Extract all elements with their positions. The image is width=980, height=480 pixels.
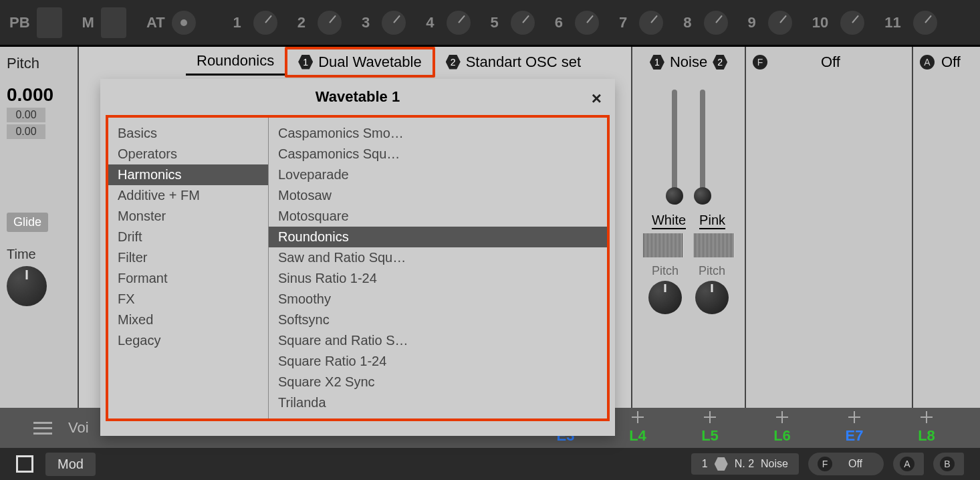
pb-well[interactable] — [37, 7, 62, 38]
noise-badge-1[interactable]: 1 — [650, 55, 664, 70]
move-icon[interactable] — [632, 411, 644, 423]
preset-item[interactable]: Motosquare — [269, 206, 607, 227]
filter-f-badge[interactable]: F — [753, 55, 767, 70]
macro-10-knob[interactable] — [840, 11, 864, 35]
preset-item[interactable]: Caspamonics Smo… — [269, 123, 607, 144]
routing-a[interactable]: A — [893, 453, 924, 475]
macro-5-knob[interactable] — [511, 11, 535, 35]
macro-8-label: 8 — [683, 14, 691, 31]
macro-2-knob[interactable] — [318, 11, 342, 35]
noise-title: Noise — [670, 53, 707, 71]
macro-6-knob[interactable] — [575, 11, 599, 35]
routing-b[interactable]: B — [933, 453, 964, 475]
m-well[interactable] — [101, 7, 126, 38]
preset-item[interactable]: Trilanda — [269, 392, 607, 413]
macro-2-label: 2 — [297, 14, 305, 31]
preset-item[interactable]: Roundonics — [269, 227, 607, 247]
tab-dual-wavetable[interactable]: 1 Dual Wavetable — [285, 47, 435, 78]
macro-11-knob[interactable] — [913, 11, 937, 35]
routing-n-1: 1 — [702, 458, 708, 470]
tab-dual-wavetable-label: Dual Wavetable — [318, 53, 421, 71]
slot-L6[interactable]: L6 — [773, 427, 791, 445]
preset-item[interactable]: Loveparade — [269, 164, 607, 185]
preset-item[interactable]: Softsync — [269, 310, 607, 330]
noise-pitch-1-knob[interactable] — [648, 281, 682, 314]
glide-button[interactable]: Glide — [7, 213, 48, 232]
preset-item[interactable]: Square and Ratio S… — [269, 330, 607, 351]
macro-11-label: 11 — [884, 14, 900, 31]
macro-1-knob[interactable] — [253, 11, 277, 35]
macro-7-label: 7 — [619, 14, 627, 31]
pb-label: PB — [9, 14, 30, 31]
at-dot[interactable] — [172, 11, 196, 35]
slot-L5[interactable]: L5 — [701, 427, 719, 445]
tab-roundonics[interactable]: Roundonics — [186, 48, 285, 76]
preset-item[interactable]: Square Ratio 1-24 — [269, 351, 607, 372]
noise-slider-1[interactable] — [672, 90, 677, 197]
filter-f-panel: F Off — [746, 47, 913, 408]
topbar: PB M AT 1 2 3 4 5 6 7 8 9 10 11 — [0, 0, 980, 47]
category-item[interactable]: Mixed — [108, 310, 268, 330]
macro-3-label: 3 — [362, 14, 370, 31]
category-item[interactable]: Formant — [108, 268, 268, 289]
slot-L8[interactable]: L8 — [918, 427, 935, 445]
filter-f-label[interactable]: Off — [821, 53, 840, 71]
routing-noise-label: Noise — [761, 458, 788, 470]
noise-pink-label[interactable]: Pink — [699, 213, 725, 229]
category-item[interactable]: FX — [108, 289, 268, 310]
record-toggle[interactable] — [16, 455, 33, 473]
pitch-panel: Pitch 0.000 0.00 0.00 Glide Time — [0, 47, 79, 408]
category-item[interactable]: Basics — [108, 123, 268, 144]
preset-item[interactable]: Caspamonics Squ… — [269, 144, 607, 164]
macro-3-knob[interactable] — [382, 11, 406, 35]
preset-item[interactable]: Smoothy — [269, 289, 607, 310]
macro-7-knob[interactable] — [639, 11, 663, 35]
time-knob[interactable] — [7, 266, 47, 306]
preset-item[interactable]: Sinus Ratio 1-24 — [269, 268, 607, 289]
category-item[interactable]: Operators — [108, 144, 268, 164]
macro-8-knob[interactable] — [704, 11, 728, 35]
bottom-bar: Mod 1 N. 2 Noise F Off A B — [0, 448, 980, 480]
voice-label[interactable]: Voi — [68, 419, 89, 437]
category-item[interactable]: Monster — [108, 206, 268, 227]
pitch-title: Pitch — [7, 55, 71, 72]
noise-slider-2[interactable] — [700, 90, 705, 197]
mod-button[interactable]: Mod — [45, 453, 96, 476]
move-icon[interactable] — [921, 411, 933, 423]
filter-a-badge[interactable]: A — [920, 55, 935, 70]
hamburger-icon[interactable] — [33, 422, 52, 435]
tab-2-badge: 2 — [446, 55, 461, 70]
move-icon[interactable] — [704, 411, 716, 423]
category-item[interactable]: Harmonics — [108, 164, 268, 185]
filter-a-label[interactable]: Off — [941, 53, 961, 71]
move-icon[interactable] — [848, 411, 860, 423]
macro-9-knob[interactable] — [768, 11, 792, 35]
noise-white-label[interactable]: White — [652, 213, 686, 229]
filter-f-routing[interactable]: F Off — [808, 453, 884, 475]
noise-pitch-2-knob[interactable] — [695, 281, 729, 314]
noise-panel: 1 Noise 2 White Pink Pitch Pitch — [632, 47, 746, 408]
noise-badge-2[interactable]: 2 — [713, 55, 727, 70]
macro-4-knob[interactable] — [447, 11, 471, 35]
preset-item[interactable]: Saw and Ratio Squ… — [269, 247, 607, 268]
routing-hex-icon — [715, 457, 728, 471]
pitch-fine-2[interactable]: 0.00 — [7, 124, 45, 139]
move-icon[interactable] — [776, 411, 788, 423]
category-item[interactable]: Filter — [108, 247, 268, 268]
pitch-fine-1[interactable]: 0.00 — [7, 108, 45, 122]
pitch-value[interactable]: 0.000 — [7, 84, 71, 106]
category-item[interactable]: Legacy — [108, 330, 268, 351]
category-item[interactable]: Drift — [108, 227, 268, 247]
popup-category-list: BasicsOperatorsHarmonicsAdditive + FMMon… — [108, 118, 269, 418]
slot-E7[interactable]: E7 — [846, 427, 864, 445]
tab-standart-osc[interactable]: 2 Standart OSC set — [435, 49, 592, 75]
tab-standart-osc-label: Standart OSC set — [466, 53, 581, 71]
noise-routing-segment[interactable]: 1 N. 2 Noise — [691, 453, 799, 475]
category-item[interactable]: Additive + FM — [108, 185, 268, 206]
macro-5-label: 5 — [491, 14, 499, 31]
slot-L4[interactable]: L4 — [629, 427, 646, 445]
preset-item[interactable]: Square X2 Sync — [269, 372, 607, 392]
macro-4-label: 4 — [426, 14, 434, 31]
preset-item[interactable]: Motosaw — [269, 185, 607, 206]
close-icon[interactable]: × — [592, 88, 602, 109]
